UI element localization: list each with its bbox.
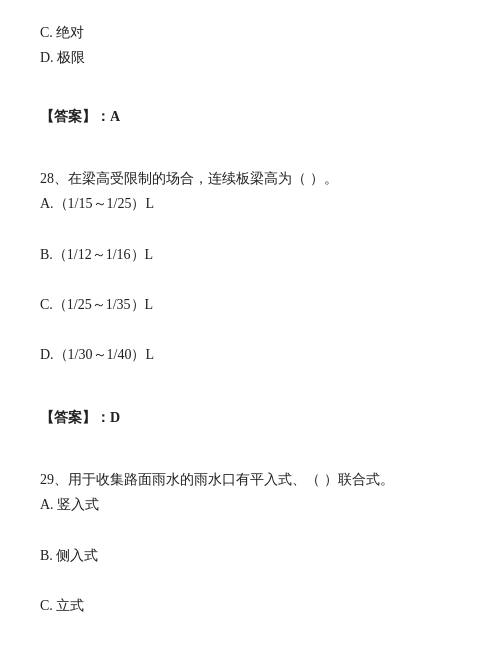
answer-1-text: 【答案】：A — [40, 109, 120, 124]
question-29-text: 29、用于收集路面雨水的雨水口有平入式、（ ）联合式。 — [40, 472, 394, 487]
q29-option-c: C. 立式 — [40, 593, 460, 618]
question-28: 28、在梁高受限制的场合，连续板梁高为（ ）。 A.（1/15～1/25）L B… — [40, 166, 460, 368]
page-content: C. 绝对 D. 极限 【答案】：A 28、在梁高受限制的场合，连续板梁高为（ … — [40, 20, 460, 647]
q28-option-a: A.（1/15～1/25）L — [40, 191, 460, 216]
intro-options: C. 绝对 D. 极限 — [40, 20, 460, 70]
q29-option-b: B. 侧入式 — [40, 543, 460, 568]
q29-option-d: D. 凹式 — [40, 643, 460, 647]
answer-1: 【答案】：A — [40, 104, 460, 129]
q29-option-a: A. 竖入式 — [40, 492, 460, 517]
answer-2: 【答案】：D — [40, 405, 460, 430]
question-28-text: 28、在梁高受限制的场合，连续板梁高为（ ）。 — [40, 171, 338, 186]
option-c-absolute: C. 绝对 — [40, 20, 460, 45]
question-29: 29、用于收集路面雨水的雨水口有平入式、（ ）联合式。 A. 竖入式 B. 侧入… — [40, 467, 460, 647]
option-d-limit: D. 极限 — [40, 45, 460, 70]
q28-option-c: C.（1/25～1/35）L — [40, 292, 460, 317]
q28-option-b: B.（1/12～1/16）L — [40, 242, 460, 267]
q28-option-d: D.（1/30～1/40）L — [40, 342, 460, 367]
answer-2-text: 【答案】：D — [40, 410, 120, 425]
